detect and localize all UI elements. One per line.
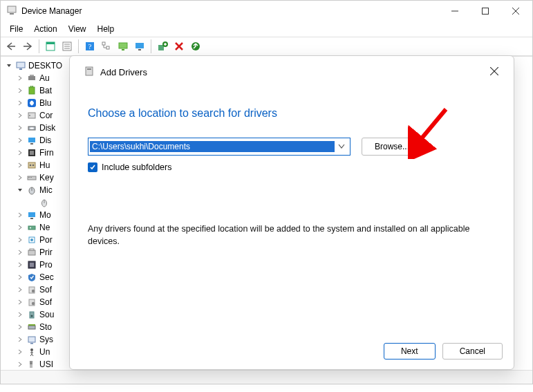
menu-action[interactable]: Action bbox=[29, 23, 62, 35]
tree-label: Dis bbox=[39, 136, 51, 145]
expand-right-icon[interactable] bbox=[16, 286, 24, 294]
category-icon bbox=[26, 135, 37, 146]
category-icon bbox=[26, 334, 37, 345]
svg-rect-46 bbox=[30, 177, 32, 178]
category-icon bbox=[26, 359, 37, 370]
category-icon bbox=[26, 172, 37, 183]
svg-rect-51 bbox=[28, 212, 35, 217]
category-icon bbox=[26, 73, 37, 84]
back-icon[interactable] bbox=[3, 39, 19, 54]
expand-down-icon[interactable] bbox=[16, 187, 24, 194]
mouse-icon bbox=[39, 197, 50, 208]
expand-right-icon[interactable] bbox=[16, 311, 24, 319]
expand-right-icon[interactable] bbox=[16, 162, 24, 169]
expand-right-icon[interactable] bbox=[16, 361, 24, 368]
svg-rect-74 bbox=[86, 67, 93, 75]
minimize-button[interactable] bbox=[440, 1, 470, 21]
expand-right-icon[interactable] bbox=[16, 137, 24, 144]
svg-rect-25 bbox=[17, 62, 25, 68]
window-title: Device Manager bbox=[21, 6, 440, 16]
menubar: File Action View Help bbox=[1, 21, 532, 37]
expand-right-icon[interactable] bbox=[16, 324, 24, 331]
tree-label: Sof bbox=[39, 285, 52, 295]
expand-right-icon[interactable] bbox=[16, 112, 24, 120]
svg-point-73 bbox=[31, 362, 32, 362]
expand-right-icon[interactable] bbox=[16, 75, 24, 82]
close-button[interactable] bbox=[501, 1, 531, 21]
cancel-button[interactable]: Cancel bbox=[442, 343, 503, 360]
expand-right-icon[interactable] bbox=[16, 348, 24, 356]
add-driver-icon[interactable] bbox=[155, 39, 170, 54]
expand-right-icon[interactable] bbox=[16, 174, 24, 182]
menu-view[interactable]: View bbox=[64, 23, 91, 35]
category-icon bbox=[26, 110, 37, 121]
svg-rect-37 bbox=[28, 138, 35, 142]
tree-label: Sof bbox=[39, 297, 52, 307]
tree-icon[interactable] bbox=[99, 39, 114, 54]
add-drivers-dialog: Add Drivers Choose a location to search … bbox=[69, 55, 514, 370]
expand-right-icon[interactable] bbox=[16, 212, 24, 219]
expand-right-icon[interactable] bbox=[16, 236, 24, 244]
scan-icon[interactable] bbox=[188, 39, 203, 54]
dialog-close-button[interactable] bbox=[485, 63, 504, 81]
category-icon bbox=[26, 259, 37, 270]
properties-icon[interactable] bbox=[59, 39, 75, 54]
svg-point-56 bbox=[30, 239, 33, 241]
category-icon bbox=[26, 85, 37, 96]
monitor-icon[interactable] bbox=[132, 39, 147, 54]
path-input[interactable] bbox=[90, 141, 335, 152]
svg-rect-68 bbox=[28, 324, 35, 326]
category-icon bbox=[26, 122, 37, 133]
browse-button[interactable]: Browse... bbox=[362, 138, 422, 156]
expand-right-icon[interactable] bbox=[16, 249, 24, 256]
category-icon bbox=[26, 247, 37, 258]
svg-rect-17 bbox=[106, 46, 109, 49]
category-icon bbox=[26, 272, 37, 283]
maximize-button[interactable] bbox=[470, 1, 501, 21]
expand-right-icon[interactable] bbox=[16, 87, 24, 95]
path-combobox[interactable] bbox=[88, 138, 350, 156]
svg-rect-44 bbox=[28, 176, 36, 180]
expand-down-icon[interactable] bbox=[5, 62, 13, 70]
tree-label: DESKTO bbox=[28, 61, 62, 71]
expand-right-icon[interactable] bbox=[16, 261, 24, 269]
svg-rect-53 bbox=[28, 226, 35, 230]
svg-rect-29 bbox=[29, 87, 35, 94]
device-icon bbox=[84, 66, 95, 79]
svg-rect-27 bbox=[28, 76, 35, 80]
svg-rect-70 bbox=[30, 343, 33, 344]
tree-label: Mo bbox=[39, 210, 51, 220]
expand-right-icon[interactable] bbox=[16, 224, 24, 232]
tree-label: Key bbox=[39, 173, 54, 183]
svg-point-42 bbox=[30, 165, 32, 167]
menu-help[interactable]: Help bbox=[93, 23, 120, 35]
statusbar bbox=[1, 370, 532, 384]
category-icon bbox=[26, 147, 37, 158]
svg-point-66 bbox=[31, 315, 33, 317]
svg-rect-30 bbox=[30, 86, 32, 87]
expand-right-icon[interactable] bbox=[16, 299, 24, 306]
device-icon[interactable] bbox=[115, 39, 131, 54]
category-icon bbox=[26, 222, 37, 233]
dialog-title: Add Drivers bbox=[100, 67, 147, 77]
svg-rect-16 bbox=[102, 42, 105, 45]
chevron-down-icon[interactable] bbox=[335, 142, 348, 151]
svg-point-54 bbox=[30, 227, 31, 229]
remove-icon[interactable] bbox=[171, 39, 187, 54]
expand-right-icon[interactable] bbox=[16, 100, 24, 107]
toolbar: ? bbox=[1, 37, 532, 56]
expand-right-icon[interactable] bbox=[16, 124, 24, 132]
menu-file[interactable]: File bbox=[5, 23, 28, 35]
svg-rect-60 bbox=[30, 263, 34, 267]
expand-right-icon[interactable] bbox=[16, 336, 24, 344]
svg-rect-28 bbox=[30, 75, 34, 76]
expand-right-icon[interactable] bbox=[16, 274, 24, 281]
forward-icon[interactable] bbox=[20, 39, 35, 54]
tree-label: Cor bbox=[39, 111, 53, 120]
show-hide-icon[interactable] bbox=[43, 39, 58, 54]
category-icon bbox=[26, 97, 37, 109]
expand-right-icon[interactable] bbox=[16, 149, 24, 157]
include-subfolders-checkbox[interactable] bbox=[88, 162, 97, 172]
next-button[interactable]: Next bbox=[384, 343, 436, 360]
help-icon[interactable]: ? bbox=[82, 39, 97, 54]
